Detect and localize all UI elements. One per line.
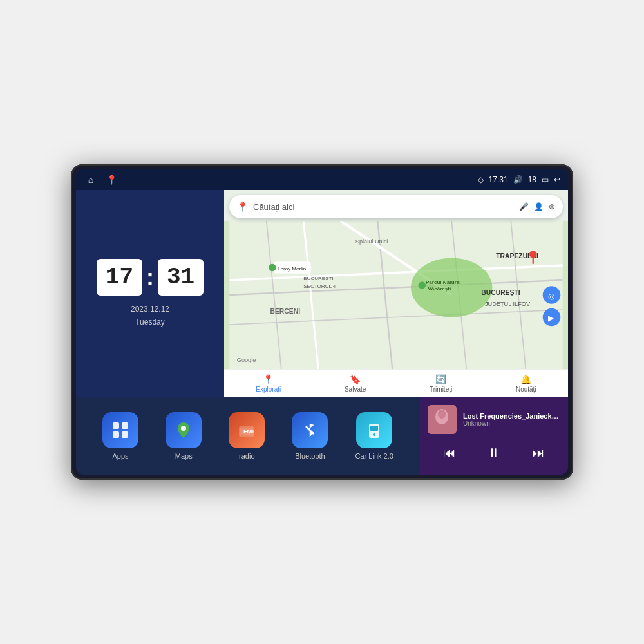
explore-icon: 📍 (263, 374, 274, 384)
music-controls: ⏮ ⏸ ⏭ (428, 439, 560, 467)
music-title: Lost Frequencies_Janieck Devy-... (463, 412, 560, 420)
svg-text:▶: ▶ (548, 314, 554, 322)
map-panel[interactable]: 📍 Căutați aici 🎤 👤 ⊕ (224, 190, 568, 397)
screen: ⌂ 📍 ◇ 17:31 🔊 18 ▭ ↩ 17 : 31 (76, 169, 568, 475)
saved-label: Salvate (345, 386, 366, 393)
map-search-text: Căutați aici (253, 202, 514, 212)
more-icon[interactable]: ⊕ (549, 202, 555, 211)
map-search-bar[interactable]: 📍 Căutați aici 🎤 👤 ⊕ (229, 195, 563, 218)
svg-point-39 (250, 430, 254, 433)
svg-point-16 (269, 264, 276, 272)
bluetooth-icon (292, 412, 328, 448)
home-icon[interactable]: ⌂ (84, 173, 98, 187)
clock-date: 2023.12.12 Tuesday (131, 303, 169, 328)
music-artist: Unknown (463, 420, 560, 427)
map-bottom-bar: 📍 Explorați 🔖 Salvate 🔄 Trimiteți � (224, 369, 568, 397)
prev-button[interactable]: ⏮ (438, 443, 461, 463)
svg-point-13 (419, 281, 426, 289)
maps-icon[interactable]: 📍 (104, 173, 118, 187)
status-bar-left: ⌂ 📍 (84, 173, 118, 187)
news-icon: 🔔 (520, 374, 531, 384)
map-nav-news[interactable]: 🔔 Noutăți (516, 374, 536, 393)
clock-display: 17 : 31 (97, 259, 204, 296)
app-icon-carlink[interactable]: Car Link 2.0 (355, 412, 393, 460)
device: ⌂ 📍 ◇ 17:31 🔊 18 ▭ ↩ 17 : 31 (71, 164, 573, 480)
map-nav-send[interactable]: 🔄 Trimiteți (430, 374, 452, 393)
apps-label: Apps (113, 452, 129, 460)
svg-rect-41 (370, 426, 378, 431)
bluetooth-label: Bluetooth (295, 452, 325, 460)
battery-level: 18 (528, 175, 536, 184)
svg-text:Google: Google (237, 357, 256, 363)
svg-text:Văcărești: Văcărești (428, 286, 451, 292)
app-icon-apps[interactable]: Apps (102, 412, 138, 460)
maps-label: Maps (175, 452, 193, 460)
svg-point-45 (438, 410, 446, 419)
top-row: 17 : 31 2023.12.12 Tuesday 📍 Căutați aic… (76, 190, 568, 397)
map-pin-icon: 📍 (237, 202, 248, 212)
send-icon: 🔄 (435, 374, 446, 384)
status-bar-right: ◇ 17:31 🔊 18 ▭ ↩ (478, 175, 560, 184)
svg-text:Splaiul Unirii: Splaiul Unirii (355, 238, 388, 245)
svg-text:JUDEȚUL ILFOV: JUDEȚUL ILFOV (485, 301, 531, 307)
bottom-row: Apps Maps (76, 397, 568, 475)
music-panel: Lost Frequencies_Janieck Devy-... Unknow… (420, 397, 568, 475)
radio-label: radio (239, 452, 254, 460)
svg-text:BUCUREȘTI: BUCUREȘTI (481, 289, 520, 296)
map-nav-explore[interactable]: 📍 Explorați (256, 374, 281, 393)
volume-icon: 🔊 (513, 175, 523, 184)
clock-minutes: 31 (158, 259, 204, 296)
svg-text:◎: ◎ (548, 292, 554, 300)
clock-panel: 17 : 31 2023.12.12 Tuesday (76, 190, 224, 397)
app-icon-bluetooth[interactable]: Bluetooth (292, 412, 328, 460)
map-nav-saved[interactable]: 🔖 Salvate (345, 374, 366, 393)
music-thumbnail (428, 405, 457, 434)
explore-label: Explorați (256, 386, 281, 393)
mic-icon[interactable]: 🎤 (519, 202, 529, 211)
clock-hours: 17 (97, 259, 142, 296)
clock-colon: : (146, 264, 154, 291)
svg-text:Leroy Merlin: Leroy Merlin (278, 266, 306, 272)
maps-app-icon (166, 412, 202, 448)
music-info: Lost Frequencies_Janieck Devy-... Unknow… (428, 405, 560, 434)
radio-icon: FM (229, 412, 265, 448)
main-content: 17 : 31 2023.12.12 Tuesday 📍 Căutați aic… (76, 190, 568, 475)
next-button[interactable]: ⏭ (527, 443, 550, 463)
svg-rect-31 (113, 422, 119, 429)
map-body: Parcul Natural Văcărești Leroy Merlin Sp… (224, 221, 568, 369)
gps-icon: ◇ (478, 175, 484, 184)
svg-text:BUCUREȘTI: BUCUREȘTI (303, 276, 334, 281)
time-display: 17:31 (489, 175, 508, 184)
music-text: Lost Frequencies_Janieck Devy-... Unknow… (463, 412, 560, 427)
svg-text:Parcul Natural: Parcul Natural (426, 279, 461, 285)
apps-icon (102, 412, 138, 448)
send-label: Trimiteți (430, 386, 452, 393)
svg-point-25 (529, 251, 537, 258)
saved-icon: 🔖 (350, 374, 361, 384)
svg-rect-32 (122, 422, 128, 429)
back-icon[interactable]: ↩ (554, 175, 560, 184)
status-bar: ⌂ 📍 ◇ 17:31 🔊 18 ▭ ↩ (76, 169, 568, 190)
svg-rect-34 (122, 431, 128, 438)
svg-text:BERCENI: BERCENI (270, 308, 301, 315)
play-pause-button[interactable]: ⏸ (482, 443, 506, 463)
map-search-icons: 🎤 👤 ⊕ (519, 202, 555, 211)
avatar-icon[interactable]: 👤 (534, 202, 544, 211)
app-icon-radio[interactable]: FM radio (229, 412, 265, 460)
svg-point-42 (373, 433, 375, 436)
app-icon-maps[interactable]: Maps (166, 412, 202, 460)
svg-rect-33 (113, 431, 119, 438)
app-icons-panel: Apps Maps (76, 397, 420, 475)
svg-point-35 (181, 426, 186, 431)
carlink-label: Car Link 2.0 (355, 452, 393, 460)
battery-icon: ▭ (542, 175, 549, 184)
news-label: Noutăți (516, 386, 536, 393)
carlink-icon (356, 412, 392, 448)
svg-text:SECTORUL 4: SECTORUL 4 (303, 283, 336, 289)
